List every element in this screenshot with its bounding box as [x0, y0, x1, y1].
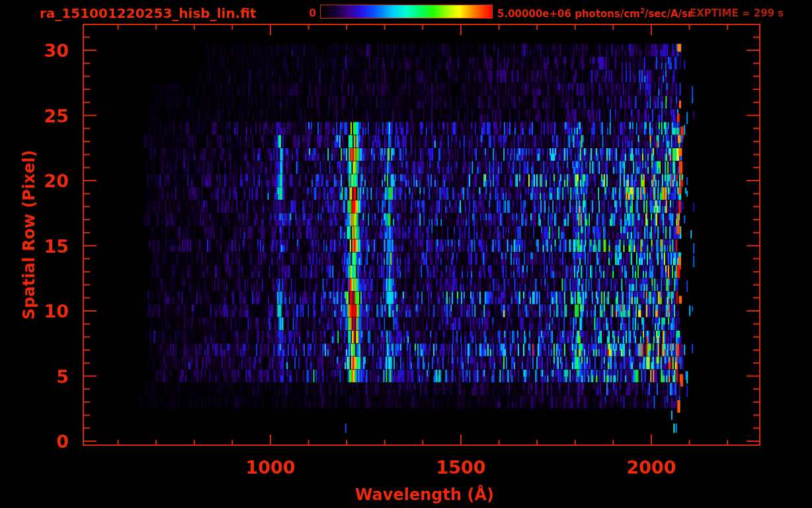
y-tick-label-30: 30: [17, 40, 69, 61]
x-tick-label-1000: 1000: [224, 457, 317, 478]
file-title: ra_151001220253_hisb_lin.fit: [40, 5, 257, 21]
spectral-image-canvas: [0, 0, 812, 508]
exptime-label: EXPTIME = 299 s: [690, 7, 784, 19]
x-tick-label-1500: 1500: [415, 457, 507, 478]
colorbar-min-label: 0: [304, 7, 316, 19]
y-tick-label-25: 25: [17, 106, 69, 126]
y-tick-label-5: 5: [17, 366, 69, 387]
x-tick-label-2000: 2000: [605, 457, 698, 478]
colorbar-max-prefix: 5.00000e+06 photons/cm: [497, 8, 640, 20]
colorbar-max-suffix: /sec/A/sr: [645, 8, 692, 20]
y-tick-label-0: 0: [17, 431, 69, 452]
plot-window: ra_151001220253_hisb_lin.fit 0 5.00000e+…: [0, 0, 812, 508]
colorbar: [320, 5, 493, 19]
y-tick-label-15: 15: [17, 236, 69, 257]
x-axis-title: Wavelength (Å): [355, 486, 487, 504]
colorbar-max-label: 5.00000e+06 photons/cm2/sec/A/sr: [497, 7, 692, 20]
colorbar-max-superscript: 2: [640, 7, 645, 15]
y-tick-label-10: 10: [17, 301, 69, 321]
y-tick-label-20: 20: [17, 171, 69, 191]
